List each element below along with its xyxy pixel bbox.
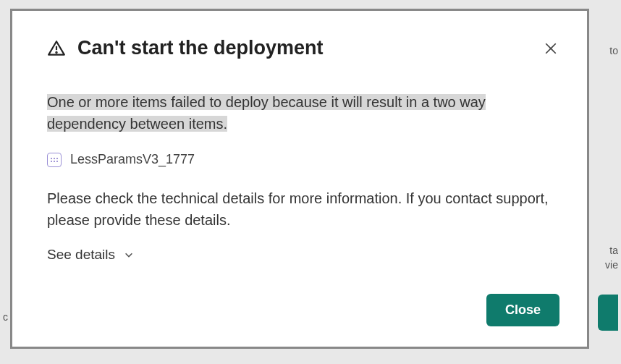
- failed-item-name: LessParamsV3_1777: [70, 152, 195, 167]
- dialog-footer: Close: [47, 294, 559, 326]
- bg-fragment: to: [609, 45, 618, 56]
- dialog-header: Can't start the deployment: [47, 37, 559, 59]
- close-icon[interactable]: [542, 40, 559, 57]
- bg-fragment: vie: [605, 259, 618, 271]
- help-text: Please check the technical details for m…: [47, 187, 559, 231]
- error-message-text: One or more items failed to deploy becau…: [47, 94, 486, 132]
- failed-item-row: LessParamsV3_1777: [47, 152, 559, 167]
- see-details-label: See details: [47, 247, 115, 263]
- dialog-title-wrap: Can't start the deployment: [47, 37, 323, 59]
- item-type-icon: [47, 153, 62, 167]
- error-dialog: Can't start the deployment One or more i…: [10, 9, 589, 349]
- bg-fragment: c: [3, 311, 8, 323]
- close-button[interactable]: Close: [486, 294, 559, 326]
- dialog-title: Can't start the deployment: [77, 37, 323, 59]
- chevron-down-icon: [124, 250, 134, 260]
- error-message: One or more items failed to deploy becau…: [47, 91, 559, 135]
- bg-fragment: ta: [609, 245, 618, 256]
- svg-point-1: [56, 51, 56, 52]
- warning-triangle-icon: [47, 39, 66, 58]
- see-details-toggle[interactable]: See details: [47, 247, 134, 263]
- bg-button-fragment: [598, 295, 618, 331]
